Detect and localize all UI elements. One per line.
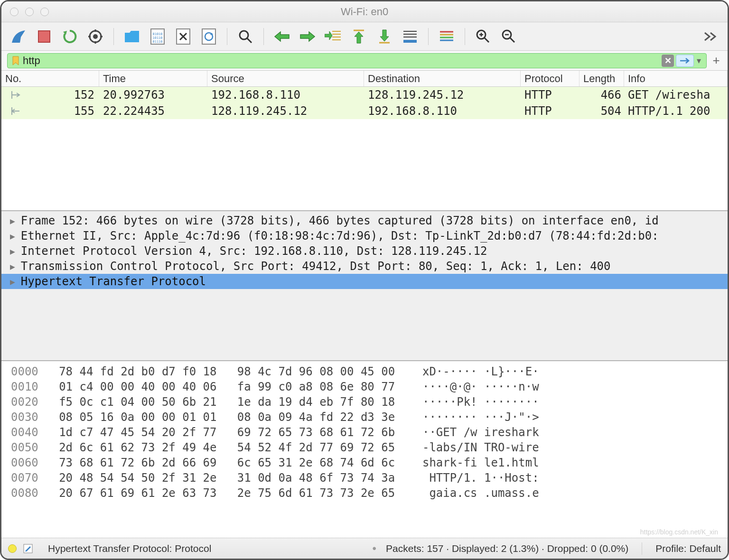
bookmark-icon[interactable] — [10, 56, 21, 66]
hex-row[interactable]: 0030 08 05 16 0a 00 00 01 01 08 0a 09 4a… — [11, 410, 728, 425]
disclosure-triangle-icon[interactable]: ▶ — [10, 246, 15, 256]
display-filter-input[interactable] — [21, 55, 662, 67]
add-filter-button[interactable]: + — [710, 53, 722, 68]
clear-filter-icon[interactable]: ✕ — [662, 55, 674, 67]
zoom-out-icon[interactable] — [498, 26, 519, 47]
hex-row[interactable]: 0000 78 44 fd 2d b0 d7 f0 18 98 4c 7d 96… — [11, 364, 728, 379]
hex-row[interactable]: 0070 20 48 54 54 50 2f 31 2e 31 0d 0a 48… — [11, 470, 728, 485]
auto-scroll-icon[interactable] — [400, 26, 421, 47]
hex-row[interactable]: 0020 f5 0c c1 04 00 50 6b 21 1e da 19 d4… — [11, 394, 728, 410]
detail-tree-row[interactable]: ▶Internet Protocol Version 4, Src: 192.1… — [1, 243, 728, 259]
window-title: Wi-Fi: en0 — [1, 6, 728, 18]
go-back-icon[interactable] — [271, 26, 292, 47]
packet-bytes-pane[interactable]: 0000 78 44 fd 2d b0 d7 f0 18 98 4c 7d 96… — [1, 361, 728, 538]
svg-text:10110: 10110 — [152, 36, 162, 40]
packet-details-pane[interactable]: ▶Frame 152: 466 bytes on wire (3728 bits… — [1, 211, 728, 361]
open-file-icon[interactable] — [122, 26, 142, 47]
disclosure-triangle-icon[interactable]: ▶ — [10, 216, 15, 226]
disclosure-triangle-icon[interactable]: ▶ — [10, 231, 15, 241]
capture-options-icon[interactable] — [85, 26, 106, 47]
col-header-no[interactable]: No. — [1, 71, 99, 86]
expert-info-icon[interactable] — [8, 544, 17, 553]
col-header-info[interactable]: Info — [624, 71, 728, 86]
svg-rect-12 — [202, 29, 215, 44]
hex-row[interactable]: 0060 73 68 61 72 6b 2d 66 69 6c 65 31 2e… — [11, 455, 728, 470]
svg-rect-0 — [38, 31, 50, 42]
colorize-icon[interactable] — [436, 26, 457, 47]
apply-filter-icon[interactable] — [676, 55, 694, 67]
main-toolbar: 010101011001110 — [1, 22, 728, 51]
svg-text:01010: 01010 — [152, 32, 162, 36]
packet-row[interactable]: 15220.992763192.168.8.110128.119.245.12H… — [1, 87, 728, 103]
go-to-packet-icon[interactable] — [323, 26, 344, 47]
close-file-icon[interactable] — [173, 26, 194, 47]
reload-file-icon[interactable] — [198, 26, 219, 47]
go-forward-icon[interactable] — [297, 26, 318, 47]
status-selected-field: Hypertext Transfer Protocol: Protocol — [48, 543, 211, 554]
packet-row[interactable]: 15522.224435128.119.245.12192.168.8.110H… — [1, 103, 728, 119]
restart-capture-icon[interactable] — [59, 26, 80, 47]
status-profile[interactable]: Profile: Default — [655, 543, 721, 554]
display-filter-bar: ✕ ▾ + — [1, 51, 728, 71]
col-header-src[interactable]: Source — [207, 71, 364, 86]
hex-row[interactable]: 0050 2d 6c 61 62 73 2f 49 4e 54 52 4f 2d… — [11, 440, 728, 455]
go-first-packet-icon[interactable] — [348, 26, 369, 47]
svg-text:01110: 01110 — [152, 40, 162, 44]
svg-line-35 — [510, 38, 514, 42]
detail-tree-row[interactable]: ▶Transmission Control Protocol, Src Port… — [1, 259, 728, 274]
detail-tree-row[interactable]: ▶Frame 152: 466 bytes on wire (3728 bits… — [1, 213, 728, 228]
app-window: Wi-Fi: en0 010101011001110 — [0, 0, 729, 560]
stop-capture-icon[interactable] — [34, 26, 55, 47]
toolbar-overflow-icon[interactable] — [700, 26, 721, 47]
shark-fin-icon[interactable] — [8, 26, 29, 47]
detail-tree-row[interactable]: ▶Hypertext Transfer Protocol — [1, 274, 728, 289]
col-header-len[interactable]: Length — [579, 71, 624, 86]
col-header-time[interactable]: Time — [99, 71, 207, 86]
svg-line-31 — [485, 38, 489, 42]
go-last-packet-icon[interactable] — [374, 26, 395, 47]
disclosure-triangle-icon[interactable]: ▶ — [10, 261, 15, 271]
hex-row[interactable]: 0010 01 c4 00 00 40 00 40 06 fa 99 c0 a8… — [11, 379, 728, 394]
zoom-in-icon[interactable] — [473, 26, 494, 47]
display-filter-input-wrap: ✕ ▾ — [7, 53, 707, 68]
svg-rect-25 — [403, 40, 417, 43]
status-packet-counts: Packets: 157 · Displayed: 2 (1.3%) · Dro… — [386, 543, 628, 554]
col-header-proto[interactable]: Protocol — [521, 71, 579, 86]
packet-list-body[interactable]: 15220.992763192.168.8.110128.119.245.12H… — [1, 87, 728, 210]
svg-line-15 — [247, 38, 252, 43]
filter-history-icon[interactable]: ▾ — [694, 56, 703, 66]
edit-capture-comment-icon[interactable] — [23, 544, 33, 553]
svg-point-14 — [240, 31, 248, 39]
packet-list-pane: No. Time Source Destination Protocol Len… — [1, 71, 728, 211]
packet-list-header[interactable]: No. Time Source Destination Protocol Len… — [1, 71, 728, 87]
detail-tree-row[interactable]: ▶Ethernet II, Src: Apple_4c:7d:96 (f0:18… — [1, 228, 728, 243]
title-bar: Wi-Fi: en0 — [1, 1, 728, 22]
hex-row[interactable]: 0080 20 67 61 69 61 2e 63 73 2e 75 6d 61… — [11, 485, 728, 501]
save-file-icon[interactable]: 010101011001110 — [147, 26, 168, 47]
watermark-text: https://blog.csdn.net/K_xin — [640, 528, 718, 536]
hex-row[interactable]: 0040 1d c7 47 45 54 20 2f 77 69 72 65 73… — [11, 425, 728, 440]
col-header-dst[interactable]: Destination — [364, 71, 521, 86]
disclosure-triangle-icon[interactable]: ▶ — [10, 277, 15, 287]
svg-point-2 — [93, 34, 98, 39]
status-bar: Hypertext Transfer Protocol: Protocol • … — [1, 538, 728, 559]
find-packet-icon[interactable] — [235, 26, 256, 47]
